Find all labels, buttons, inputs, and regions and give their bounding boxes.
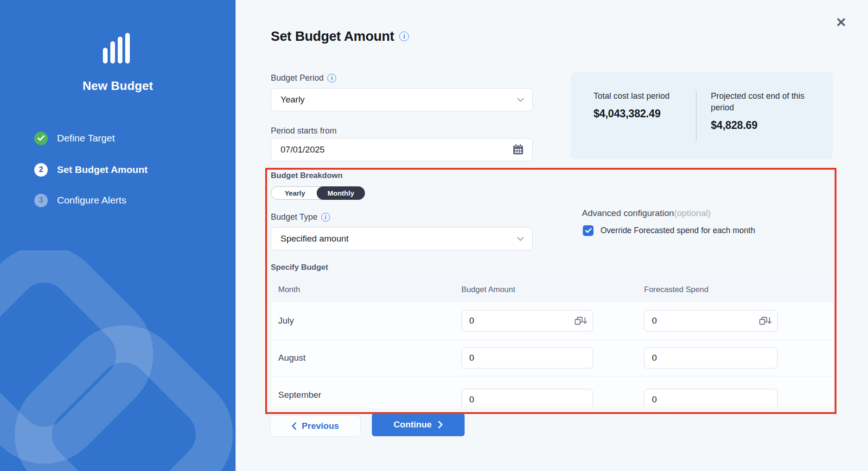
checkbox-checked[interactable] bbox=[583, 225, 594, 236]
step-label: Set Budget Amount bbox=[57, 164, 147, 175]
column-header-forecasted-spend: Forecasted Spend bbox=[644, 278, 708, 301]
budget-type-value: Specified amount bbox=[281, 234, 517, 244]
chevron-down-icon bbox=[517, 98, 524, 102]
copy-down-icon[interactable] bbox=[574, 317, 587, 325]
page-title-text: Set Budget Amount bbox=[271, 29, 394, 44]
total-cost-value: $4,043,382.49 bbox=[594, 108, 686, 120]
step-label: Define Target bbox=[57, 133, 115, 144]
month-cell: July bbox=[278, 302, 294, 339]
vertical-divider bbox=[696, 90, 696, 141]
budget-period-label: Budget Period i bbox=[271, 73, 336, 83]
specify-budget-table: Month Budget Amount Forecasted Spend Jul… bbox=[272, 278, 833, 408]
budget-amount-input-wrap bbox=[461, 310, 593, 331]
period-starts-label: Period starts from bbox=[271, 126, 337, 136]
calendar-icon[interactable] bbox=[512, 144, 524, 156]
budget-amount-input-wrap bbox=[461, 389, 593, 408]
step-label: Configure Alerts bbox=[57, 195, 126, 206]
continue-button[interactable]: Continue bbox=[372, 413, 465, 436]
toggle-option-monthly[interactable]: Monthly bbox=[317, 186, 365, 200]
forecasted-spend-input[interactable] bbox=[645, 353, 777, 363]
forecasted-spend-input[interactable] bbox=[645, 395, 777, 405]
period-starts-date-field[interactable]: 07/01/2025 bbox=[271, 138, 533, 161]
previous-button[interactable]: Previous bbox=[270, 415, 361, 437]
step-number-badge: 2 bbox=[34, 163, 48, 177]
budget-type-select[interactable]: Specified amount bbox=[271, 227, 533, 250]
brand-watermark-decoration bbox=[0, 250, 236, 471]
chevron-right-icon bbox=[438, 421, 443, 428]
table-row: August bbox=[272, 339, 833, 376]
bar-chart-logo-icon bbox=[103, 33, 130, 64]
chevron-down-icon bbox=[517, 237, 524, 241]
column-header-month: Month bbox=[278, 278, 300, 301]
override-forecast-checkbox-row[interactable]: Override Forecasted spend for each month bbox=[583, 225, 755, 236]
previous-button-label: Previous bbox=[302, 421, 339, 431]
sidebar-step-set-budget-amount[interactable]: 2 Set Budget Amount bbox=[34, 163, 220, 177]
total-cost-label: Total cost last period bbox=[594, 90, 686, 102]
budget-breakdown-toggle: Yearly Monthly bbox=[271, 186, 365, 200]
forecasted-spend-input-wrap bbox=[644, 310, 778, 331]
period-starts-value: 07/01/2025 bbox=[281, 145, 512, 155]
step-done-check-icon bbox=[34, 132, 48, 145]
info-icon[interactable]: i bbox=[321, 213, 330, 222]
advanced-configuration-title: Advanced configuration(optional) bbox=[582, 208, 711, 218]
sidebar-step-define-target[interactable]: Define Target bbox=[34, 131, 220, 145]
wizard-title: New Budget bbox=[0, 79, 236, 93]
checkbox-label: Override Forecasted spend for each month bbox=[600, 226, 755, 236]
table-row: July bbox=[272, 301, 833, 339]
forecasted-spend-input[interactable] bbox=[645, 316, 759, 326]
budget-period-select[interactable]: Yearly bbox=[271, 88, 533, 111]
close-icon[interactable]: ✕ bbox=[833, 14, 849, 31]
table-row: September bbox=[272, 376, 833, 408]
budget-type-label: Budget Type i bbox=[271, 212, 330, 222]
sidebar-step-configure-alerts[interactable]: 3 Configure Alerts bbox=[34, 193, 220, 207]
set-budget-amount-panel: ✕ Set Budget Amount i Budget Period i Ye… bbox=[236, 0, 868, 471]
forecasted-spend-input-wrap bbox=[644, 347, 778, 369]
optional-note: (optional) bbox=[674, 208, 711, 218]
budget-amount-input[interactable] bbox=[462, 395, 593, 405]
budget-amount-input[interactable] bbox=[462, 353, 593, 363]
projected-cost-label: Projected cost end of this period bbox=[711, 90, 817, 114]
info-icon[interactable]: i bbox=[327, 74, 336, 83]
column-header-budget-amount: Budget Amount bbox=[461, 278, 515, 301]
budget-breakdown-label: Budget Breakdown bbox=[271, 171, 343, 180]
table-header-row: Month Budget Amount Forecasted Spend bbox=[272, 278, 833, 301]
wizard-sidebar: New Budget Define Target 2 Set Budget Am… bbox=[0, 0, 236, 471]
projected-cost-value: $4,828.69 bbox=[711, 119, 817, 132]
copy-down-icon[interactable] bbox=[759, 317, 772, 325]
check-icon bbox=[585, 228, 592, 233]
step-number-badge: 3 bbox=[34, 194, 48, 207]
month-cell: September bbox=[278, 376, 321, 408]
specify-budget-label: Specify Budget bbox=[271, 263, 328, 272]
budget-period-value: Yearly bbox=[281, 95, 517, 105]
cost-summary-card: Total cost last period $4,043,382.49 Pro… bbox=[571, 72, 833, 159]
budget-amount-input[interactable] bbox=[462, 316, 574, 326]
toggle-option-yearly[interactable]: Yearly bbox=[271, 187, 319, 199]
month-cell: August bbox=[278, 340, 306, 376]
forecasted-spend-input-wrap bbox=[644, 389, 778, 408]
budget-amount-input-wrap bbox=[461, 347, 593, 369]
page-title: Set Budget Amount i bbox=[271, 29, 409, 44]
chevron-left-icon bbox=[292, 422, 296, 430]
info-icon[interactable]: i bbox=[399, 32, 409, 41]
continue-button-label: Continue bbox=[394, 420, 432, 430]
